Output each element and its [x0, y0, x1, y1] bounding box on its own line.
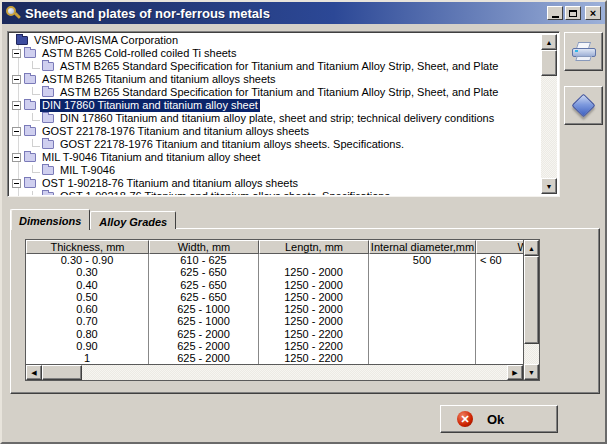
- table-row[interactable]: 0.80625 - 20001250 - 2200: [26, 328, 523, 340]
- table-cell: [369, 328, 476, 340]
- red-x-icon: ✕: [457, 411, 473, 427]
- folder-icon: [42, 62, 54, 71]
- tree-connector: [32, 113, 40, 121]
- tree-item[interactable]: ASTM B265 Standard Specification for Tit…: [10, 60, 541, 73]
- tree-item-label: GOST 22178-1976 Titanium and titanium al…: [40, 125, 311, 138]
- tree-item-label: OST 1-90218-76 Titanium and titanium all…: [58, 190, 395, 195]
- tree-item[interactable]: VSMPO-AVISMA Corporation: [10, 34, 541, 47]
- tree-item[interactable]: ASTM B265 Titanium and titanium alloys s…: [10, 73, 541, 86]
- tree-item[interactable]: ASTM B265 Standard Specification for Tit…: [10, 86, 541, 99]
- table-cell: 610 - 625: [149, 254, 259, 266]
- tree-item-label: OST 1-90218-76 Titanium and titanium all…: [40, 177, 300, 190]
- table-cell: [476, 352, 523, 364]
- folder-icon: [42, 114, 54, 123]
- scroll-down-button[interactable]: ▼: [541, 178, 557, 194]
- table-row[interactable]: 0.40625 - 6501250 - 2000: [26, 279, 523, 291]
- blue-book-icon: [571, 93, 595, 117]
- table-cell: [476, 303, 523, 315]
- minimize-button[interactable]: [547, 6, 563, 20]
- table-cell: 0.30 - 0.90: [26, 254, 149, 266]
- scroll-down-button[interactable]: ▼: [524, 364, 539, 380]
- print-button[interactable]: [564, 32, 603, 71]
- table-cell: [369, 340, 476, 352]
- collapse-icon[interactable]: [12, 153, 21, 162]
- folder-icon: [24, 179, 36, 188]
- column-header[interactable]: Thickness, mm: [26, 240, 149, 254]
- tree-item[interactable]: GOST 22178-1976 Titanium and titanium al…: [10, 125, 541, 138]
- tree-item-label: DIN 17860 Titanium and titanium alloy sh…: [40, 99, 260, 112]
- reference-button[interactable]: [564, 86, 603, 125]
- table-cell: 0.40: [26, 279, 149, 291]
- tab-dimensions[interactable]: Dimensions: [10, 209, 90, 230]
- folder-icon: [24, 101, 36, 110]
- tree-item[interactable]: MIL T-9046: [10, 164, 541, 177]
- close-button[interactable]: ×: [585, 6, 601, 20]
- maximize-icon: [569, 10, 577, 17]
- tree-item[interactable]: DIN 17860 Titanium and titanium alloy pl…: [10, 112, 541, 125]
- tree-item[interactable]: GOST 22178-1976 Titanium and titanium al…: [10, 138, 541, 151]
- table-cell: [476, 315, 523, 327]
- table-vertical-scrollbar[interactable]: ▲ ▼: [523, 240, 539, 380]
- folder-icon: [24, 153, 36, 162]
- tree-item-label: ASTM B265 Standard Specification for Tit…: [58, 86, 500, 99]
- table-cell: 1250 - 2000: [259, 315, 369, 327]
- table-cell: 500: [369, 254, 476, 266]
- tree-item-label: ASTM B265 Titanium and titanium alloys s…: [40, 73, 278, 86]
- table-cell: [369, 315, 476, 327]
- folder-icon: [42, 166, 54, 175]
- table-row[interactable]: 0.50625 - 6501250 - 2000: [26, 291, 523, 303]
- scroll-up-button[interactable]: ▲: [541, 34, 557, 50]
- printer-icon: [572, 42, 596, 62]
- scroll-up-button[interactable]: ▲: [524, 240, 539, 256]
- table-cell: < 60: [476, 254, 523, 266]
- table-row[interactable]: 0.30625 - 6501250 - 2000: [26, 266, 523, 278]
- tree-item[interactable]: DIN 17860 Titanium and titanium alloy sh…: [10, 99, 541, 112]
- table-cell: 1250 - 2000: [259, 266, 369, 278]
- table-cell: 1250 - 2000: [259, 279, 369, 291]
- tree-item[interactable]: MIL T-9046 Titanium and titanium alloy s…: [10, 151, 541, 164]
- table-cell: 625 - 1000: [149, 315, 259, 327]
- tree-item-label: ASTM B265 Standard Specification for Tit…: [58, 60, 500, 73]
- folder-icon: [24, 49, 36, 58]
- table-header-row: Thickness, mmWidth, mmLengtn, mmInternal…: [26, 240, 523, 254]
- table-cell: [369, 266, 476, 278]
- column-header[interactable]: Width, mm: [149, 240, 259, 254]
- table-cell: [476, 291, 523, 303]
- folder-icon: [42, 140, 54, 149]
- tree-item[interactable]: OST 1-90218-76 Titanium and titanium all…: [10, 177, 541, 190]
- tree-item[interactable]: OST 1-90218-76 Titanium and titanium all…: [10, 190, 541, 195]
- collapse-icon[interactable]: [12, 49, 21, 58]
- collapse-icon[interactable]: [12, 127, 21, 136]
- column-header[interactable]: Lengtn, mm: [259, 240, 369, 254]
- column-header[interactable]: Weight,: [476, 240, 523, 254]
- table-row[interactable]: 0.70625 - 10001250 - 2000: [26, 315, 523, 327]
- table-cell: [476, 340, 523, 352]
- maximize-button[interactable]: [565, 6, 581, 20]
- scroll-thumb[interactable]: [541, 50, 557, 76]
- tree-item-label: VSMPO-AVISMA Corporation: [32, 34, 180, 47]
- collapse-icon[interactable]: [12, 101, 21, 110]
- table-horizontal-scrollbar[interactable]: ◀ ▶: [26, 364, 523, 380]
- table-row[interactable]: 1625 - 20001250 - 2200: [26, 352, 523, 364]
- table-cell: 625 - 650: [149, 266, 259, 278]
- scroll-thumb[interactable]: [524, 256, 539, 344]
- table-row[interactable]: 0.60625 - 10001250 - 2000: [26, 303, 523, 315]
- column-header[interactable]: Internal diameter,mm: [369, 240, 476, 254]
- collapse-icon[interactable]: [12, 75, 21, 84]
- scroll-right-button[interactable]: ▶: [507, 365, 523, 380]
- tree-item-label: DIN 17860 Titanium and titanium alloy pl…: [58, 112, 496, 125]
- tree-scrollbar[interactable]: ▲ ▼: [541, 34, 557, 194]
- tree-item[interactable]: ASTM B265 Cold-rolled coiled Ti sheets: [10, 47, 541, 60]
- scroll-thumb[interactable]: [42, 365, 82, 380]
- table-cell: 625 - 2000: [149, 352, 259, 364]
- tab-alloy-grades[interactable]: Alloy Grades: [90, 211, 176, 229]
- collapse-icon[interactable]: [12, 179, 21, 188]
- table-row[interactable]: 0.30 - 0.90610 - 625500< 60: [26, 254, 523, 266]
- ok-button[interactable]: ✕ Ok: [440, 405, 558, 433]
- table-cell: 1250 - 2200: [259, 328, 369, 340]
- table-row[interactable]: 0.90625 - 20001250 - 2200: [26, 340, 523, 352]
- scroll-left-button[interactable]: ◀: [26, 365, 42, 380]
- specs-tree: VSMPO-AVISMA CorporationASTM B265 Cold-r…: [10, 34, 541, 195]
- table-cell: [476, 328, 523, 340]
- table-cell: 1250 - 2000: [259, 303, 369, 315]
